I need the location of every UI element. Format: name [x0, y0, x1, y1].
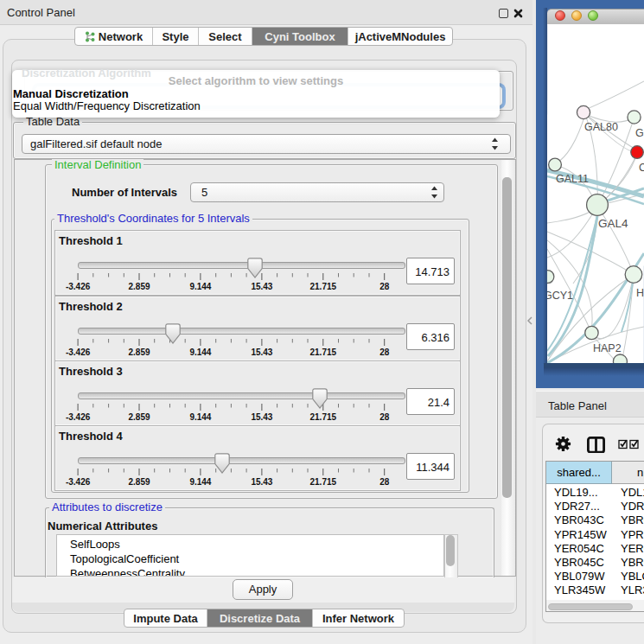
svg-text:GCY1: GCY1 [547, 290, 573, 302]
svg-text:G.: G. [635, 127, 644, 139]
svg-text:GAL4: GAL4 [598, 217, 628, 230]
svg-text:GAL80: GAL80 [584, 121, 618, 133]
svg-text:HAP2: HAP2 [593, 342, 622, 354]
svg-text:GAL11: GAL11 [556, 173, 589, 185]
svg-text:H: H [636, 287, 644, 299]
svg-text:C: C [639, 162, 644, 174]
